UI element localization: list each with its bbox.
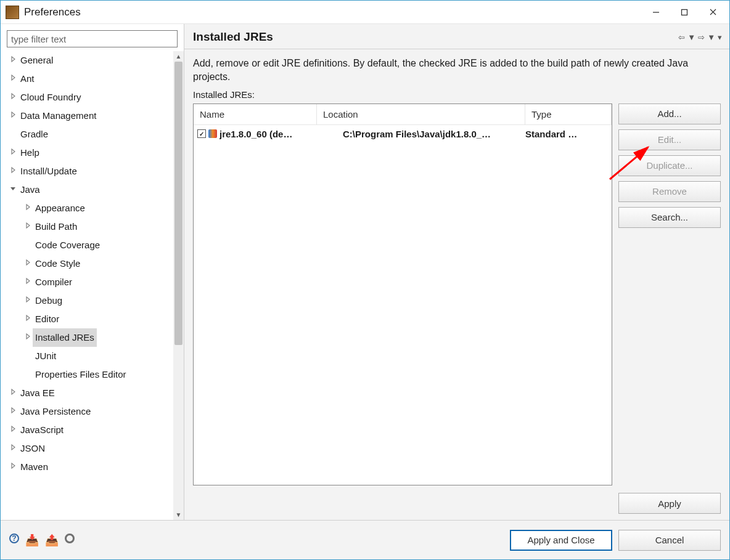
tree-item-appearance[interactable]: Appearance — [4, 199, 173, 217]
export-icon[interactable]: 📤 — [45, 534, 59, 547]
close-button[interactable] — [699, 3, 727, 22]
tree-item-installed-jres[interactable]: Installed JREs — [4, 328, 173, 347]
tree-item-label: Cloud Foundry — [18, 88, 83, 107]
col-name[interactable]: Name — [194, 104, 317, 124]
tree-item-label: Code Style — [33, 254, 83, 273]
cell-location: C:\Program Files\Java\jdk1.8.0_… — [339, 129, 522, 139]
cancel-button[interactable]: Cancel — [618, 530, 721, 551]
expand-icon[interactable] — [23, 310, 33, 328]
tree-item-label: Java — [18, 181, 43, 199]
tree-item-junit[interactable]: JUnit — [4, 347, 173, 365]
expand-icon[interactable] — [23, 328, 33, 347]
back-icon[interactable]: ⇦ — [678, 33, 685, 42]
tree-item-editor[interactable]: Editor — [4, 310, 173, 328]
tree-item-install-update[interactable]: Install/Update — [4, 162, 173, 181]
tree-item-debug[interactable]: Debug — [4, 291, 173, 310]
tree-item-label: General — [18, 51, 55, 70]
scroll-down-icon[interactable]: ▼ — [173, 509, 184, 520]
import-icon[interactable]: 📥 — [25, 534, 39, 547]
expand-icon[interactable] — [8, 439, 18, 458]
jre-table[interactable]: Name Location Type ✓ jre1.8.0_60 (de… C:… — [193, 103, 612, 485]
tree-item-label: Installed JREs — [33, 328, 97, 347]
table-row[interactable]: ✓ jre1.8.0_60 (de… C:\Program Files\Java… — [194, 125, 612, 143]
maximize-button[interactable] — [670, 3, 699, 22]
tree-item-compiler[interactable]: Compiler — [4, 273, 173, 291]
expand-icon[interactable] — [8, 70, 18, 88]
expand-icon[interactable] — [23, 254, 33, 273]
jre-icon — [208, 129, 217, 138]
minimize-icon — [652, 9, 660, 16]
search-button[interactable]: Search... — [618, 207, 721, 228]
tree-item-label: Help — [18, 144, 42, 162]
tree-item-java-ee[interactable]: Java EE — [4, 384, 173, 402]
back-menu-icon[interactable]: ▼ — [687, 33, 695, 42]
expand-icon[interactable] — [8, 144, 18, 162]
tree-item-java-persistence[interactable]: Java Persistence — [4, 402, 173, 421]
apply-button[interactable]: Apply — [618, 493, 721, 514]
table-header: Name Location Type — [194, 104, 612, 125]
page-nav-icons: ⇦ ▼ ⇨ ▼ ▾ — [678, 33, 722, 42]
expand-icon[interactable] — [23, 217, 33, 236]
tree-item-code-coverage[interactable]: Code Coverage — [4, 236, 173, 254]
expand-icon[interactable] — [8, 88, 18, 107]
expand-icon[interactable] — [8, 107, 18, 125]
duplicate-button[interactable]: Duplicate... — [618, 155, 721, 176]
expand-icon[interactable] — [23, 199, 33, 217]
forward-menu-icon[interactable]: ▼ — [707, 33, 715, 42]
tree-item-javascript[interactable]: JavaScript — [4, 421, 173, 439]
scroll-up-icon[interactable]: ▲ — [173, 51, 184, 62]
tree-item-label: JavaScript — [18, 421, 66, 439]
expand-icon[interactable] — [8, 421, 18, 439]
expand-icon[interactable] — [8, 458, 18, 476]
col-location[interactable]: Location — [317, 104, 525, 124]
col-type[interactable]: Type — [525, 104, 612, 124]
tree-item-maven[interactable]: Maven — [4, 458, 173, 476]
titlebar: Preferences — [1, 1, 729, 24]
tree-item-data-management[interactable]: Data Management — [4, 107, 173, 125]
tree-item-general[interactable]: General — [4, 51, 173, 70]
expand-icon[interactable] — [23, 291, 33, 310]
edit-button[interactable]: Edit... — [618, 129, 721, 150]
minimize-button[interactable] — [642, 3, 670, 22]
scroll-thumb[interactable] — [174, 62, 182, 345]
tree-item-build-path[interactable]: Build Path — [4, 217, 173, 236]
expand-icon[interactable] — [8, 162, 18, 181]
dialog-footer: ? 📥 📤 Apply and Close Cancel — [1, 520, 729, 559]
tree-item-label: Java Persistence — [18, 402, 93, 421]
filter-input[interactable] — [7, 30, 178, 47]
preferences-tree[interactable]: GeneralAntCloud FoundryData ManagementGr… — [4, 51, 184, 520]
tree-item-properties-files-editor[interactable]: Properties Files Editor — [4, 365, 173, 384]
tree-item-gradle[interactable]: Gradle — [4, 125, 173, 144]
expand-icon[interactable] — [8, 51, 18, 70]
apply-and-close-button[interactable]: Apply and Close — [510, 530, 612, 551]
collapse-icon[interactable] — [8, 181, 18, 199]
tree-item-cloud-foundry[interactable]: Cloud Foundry — [4, 88, 173, 107]
help-icon[interactable]: ? — [9, 534, 19, 543]
expand-icon[interactable] — [23, 273, 33, 291]
page-panel: Installed JREs ⇦ ▼ ⇨ ▼ ▾ Add, remove or … — [184, 24, 729, 520]
tree-item-java[interactable]: Java — [4, 181, 173, 199]
footer-icons: ? 📥 📤 — [9, 534, 75, 547]
tree-item-json[interactable]: JSON — [4, 439, 173, 458]
app-icon — [6, 6, 19, 19]
tree-item-label: Debug — [33, 291, 65, 310]
tree-item-ant[interactable]: Ant — [4, 70, 173, 88]
expand-icon[interactable] — [8, 402, 18, 421]
tree-item-label: Editor — [33, 310, 62, 328]
add-button[interactable]: Add... — [618, 103, 721, 124]
expand-icon[interactable] — [8, 384, 18, 402]
tree-scrollbar[interactable]: ▲ ▼ — [173, 51, 184, 520]
forward-icon[interactable]: ⇨ — [698, 33, 705, 42]
remove-button[interactable]: Remove — [618, 181, 721, 202]
oomph-icon[interactable] — [65, 534, 75, 543]
tree-item-label: Appearance — [33, 199, 88, 217]
tree-item-help[interactable]: Help — [4, 144, 173, 162]
tree-item-code-style[interactable]: Code Style — [4, 254, 173, 273]
maximize-icon — [681, 9, 688, 16]
row-checkbox[interactable]: ✓ — [197, 129, 206, 138]
sidebar: GeneralAntCloud FoundryData ManagementGr… — [1, 24, 184, 520]
tree-item-label: Maven — [18, 458, 51, 476]
tree-item-label: Ant — [18, 70, 37, 88]
tree-item-label: JUnit — [33, 347, 59, 365]
page-menu-icon[interactable]: ▾ — [718, 33, 722, 42]
